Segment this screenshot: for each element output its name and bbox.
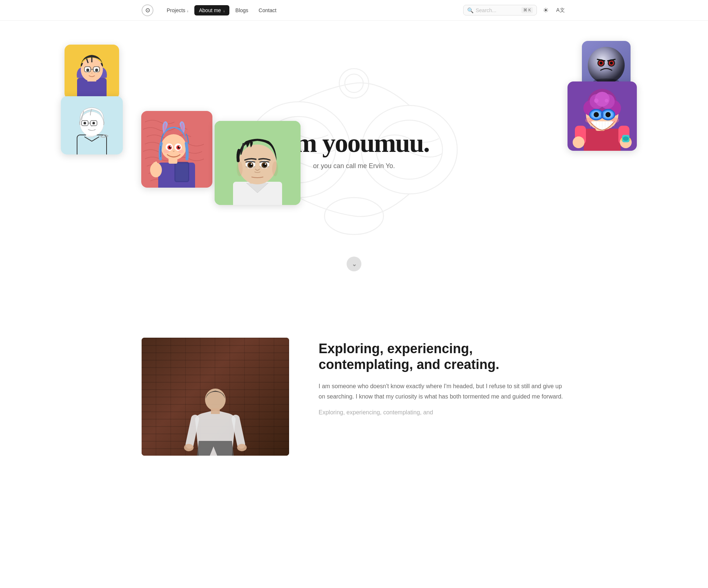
avatar-card-2 [61, 96, 123, 154]
avatar-card-5 [568, 81, 637, 151]
navbar: ⊙ Projects About me ↓ Blogs Contact 🔍 Se… [0, 0, 708, 21]
svg-point-23 [84, 122, 86, 125]
about-photo [142, 338, 289, 456]
svg-point-91 [272, 161, 278, 176]
avatar-card-1 [65, 45, 119, 99]
svg-rect-94 [211, 408, 220, 414]
about-section: Exploring, experiencing, contemplating, … [133, 338, 575, 456]
svg-rect-27 [176, 163, 188, 181]
svg-point-71 [594, 112, 599, 117]
svg-point-19 [80, 112, 104, 136]
about-arrow-icon: ↓ [223, 9, 225, 13]
svg-point-76 [585, 118, 593, 123]
svg-point-41 [588, 47, 625, 84]
avatar-card-3 [141, 111, 212, 188]
language-toggle-button[interactable]: A文 [555, 4, 566, 16]
svg-point-12 [86, 69, 89, 72]
translate-icon: A文 [556, 7, 565, 14]
svg-point-4 [339, 69, 369, 98]
about-body-2: Exploring, experiencing, contemplating, … [319, 407, 566, 417]
svg-point-56 [623, 136, 629, 141]
svg-point-81 [238, 145, 277, 184]
svg-point-72 [605, 112, 611, 117]
svg-point-90 [237, 161, 243, 176]
search-kbd-hint: ⌘ K [521, 7, 533, 13]
theme-toggle-button[interactable]: ☀ [540, 4, 552, 16]
search-box[interactable]: 🔍 Search... ⌘ K [463, 5, 537, 15]
section-spacer [0, 279, 708, 316]
svg-point-24 [93, 122, 95, 125]
svg-point-52 [573, 136, 584, 148]
svg-point-89 [265, 163, 266, 165]
scroll-down-button[interactable]: ⌄ [347, 257, 361, 271]
nav-blogs[interactable]: Blogs [231, 5, 253, 15]
hero-section: I'm yooumuu. or you can call me Ervin Yo… [0, 21, 708, 279]
svg-rect-17 [77, 135, 107, 154]
hero-center: I'm yooumuu. or you can call me Ervin Yo… [279, 130, 429, 170]
svg-point-93 [205, 389, 226, 411]
about-body-1: I am someone who doesn't know exactly wh… [319, 381, 566, 401]
nav-contact[interactable]: Contact [254, 5, 281, 15]
nav-right-controls: 🔍 Search... ⌘ K ☀ A文 [463, 4, 566, 16]
svg-point-30 [161, 134, 186, 160]
about-text-block: Exploring, experiencing, contemplating, … [319, 338, 566, 417]
search-icon: 🔍 [467, 7, 473, 13]
site-logo[interactable]: ⊙ [142, 4, 153, 16]
svg-point-40 [178, 150, 184, 153]
svg-point-77 [612, 118, 619, 123]
chevron-down-icon: ⌄ [352, 261, 357, 268]
nav-about-me[interactable]: About me ↓ [194, 5, 229, 15]
svg-point-88 [251, 163, 252, 165]
nav-links: Projects About me ↓ Blogs Contact [162, 5, 460, 15]
svg-point-66 [605, 99, 608, 102]
svg-point-47 [600, 62, 603, 65]
svg-point-96 [237, 444, 247, 451]
svg-point-95 [184, 444, 194, 451]
svg-rect-49 [584, 129, 621, 151]
svg-point-48 [610, 62, 613, 65]
svg-point-13 [95, 69, 98, 72]
svg-point-38 [179, 146, 180, 147]
hero-subtitle: or you can call me Ervin Yo. [279, 162, 429, 170]
svg-point-6 [324, 198, 384, 234]
person-silhouette [142, 338, 289, 456]
svg-point-37 [170, 146, 171, 147]
hero-title: I'm yooumuu. [279, 130, 429, 156]
logo-icon: ⊙ [145, 7, 150, 14]
avatar-card-6 [215, 121, 301, 205]
svg-point-65 [594, 98, 598, 103]
search-placeholder: Search... [476, 7, 496, 13]
sun-icon: ☀ [543, 6, 549, 14]
about-heading: Exploring, experiencing, contemplating, … [319, 341, 566, 372]
nav-projects[interactable]: Projects [162, 5, 193, 15]
svg-point-39 [163, 150, 169, 153]
svg-point-5 [345, 74, 363, 93]
